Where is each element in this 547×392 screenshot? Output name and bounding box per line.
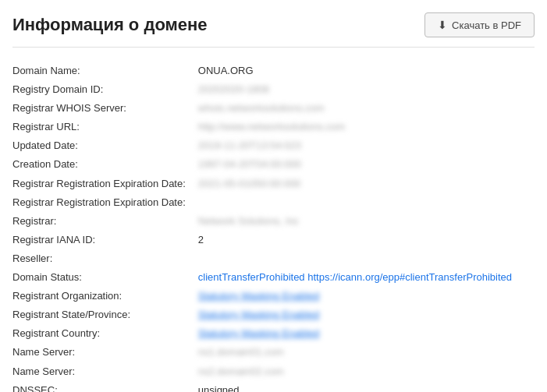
field-value: 1997-04-20T04:00:000 [198,155,535,174]
table-row: Registrar IANA ID:2 [12,231,535,249]
table-row: Updated Date:2019-11-20T13:54:023 [12,136,535,155]
field-label: Registrar IANA ID: [12,231,198,249]
field-value: ns2.domain02.com [198,362,535,381]
field-label: Registrant Organization: [12,287,198,305]
table-row: Registrar Registration Expiration Date: [12,193,535,212]
field-value: 2 [198,231,535,249]
download-icon: ⬇ [438,19,447,31]
download-label: Скачать в PDF [452,19,521,31]
field-value: 2021-05-01050:00:000 [198,175,535,193]
table-row: Registrar:Network Solutions, Inc [12,212,535,231]
field-value: Network Solutions, Inc [198,212,535,231]
field-value: Statutory Masking Enabled [198,324,535,343]
field-label: Registrar Registration Expiration Date: [12,193,198,212]
field-value: ns1.domain01.com [198,343,535,362]
field-value: http://www.networksolutions.com [198,118,535,136]
field-label: Domain Name: [12,62,198,80]
field-label: Registrar URL: [12,118,198,136]
table-row: Registrant Organization:Statutory Maskin… [12,287,535,305]
page-header: Информация о домене ⬇ Скачать в PDF [12,12,535,48]
whois-table: Domain Name:ONUA.ORGRegistry Domain ID:2… [12,62,535,392]
field-value: 20202020-1808 [198,80,535,99]
table-row: Registry Domain ID:20202020-1808 [12,80,535,99]
field-label: Registrar: [12,212,198,231]
field-label: Registrant Country: [12,324,198,343]
table-row: Reseller: [12,249,535,268]
field-label: Updated Date: [12,136,198,155]
table-row: Name Server:ns2.domain02.com [12,362,535,381]
field-label: Creation Date: [12,155,198,174]
field-value [198,249,535,268]
field-label: Registrar WHOIS Server: [12,99,198,118]
table-row: Domain Name:ONUA.ORG [12,62,535,80]
table-row: Registrant Country:Statutory Masking Ena… [12,324,535,343]
table-row: Creation Date:1997-04-20T04:00:000 [12,155,535,174]
table-row: Registrar Registration Expiration Date:2… [12,175,535,193]
page-title: Информация о домене [12,15,208,35]
field-value: ONUA.ORG [198,62,535,80]
field-value: clientTransferProhibited https://icann.o… [198,268,535,287]
field-label: Domain Status: [12,268,198,287]
field-value: Statutory Masking Enabled [198,305,535,324]
field-value: unsigned [198,381,535,392]
whois-content: Domain Name:ONUA.ORGRegistry Domain ID:2… [12,62,535,392]
field-label: Name Server: [12,362,198,381]
field-label: Registry Domain ID: [12,80,198,99]
field-label: Registrar Registration Expiration Date: [12,175,198,193]
download-pdf-button[interactable]: ⬇ Скачать в PDF [424,12,535,37]
field-value: whois.networksolutions.com [198,99,535,118]
field-label: Registrant State/Province: [12,305,198,324]
table-row: Domain Status:clientTransferProhibited h… [12,268,535,287]
field-label: Reseller: [12,249,198,268]
field-value: Statutory Masking Enabled [198,287,535,305]
table-row: DNSSEC:unsigned [12,381,535,392]
field-label: DNSSEC: [12,381,198,392]
table-row: Name Server:ns1.domain01.com [12,343,535,362]
field-value [198,193,535,212]
field-label: Name Server: [12,343,198,362]
table-row: Registrant State/Province:Statutory Mask… [12,305,535,324]
table-row: Registrar URL:http://www.networksolution… [12,118,535,136]
field-value: 2019-11-20T13:54:023 [198,136,535,155]
table-row: Registrar WHOIS Server:whois.networksolu… [12,99,535,118]
